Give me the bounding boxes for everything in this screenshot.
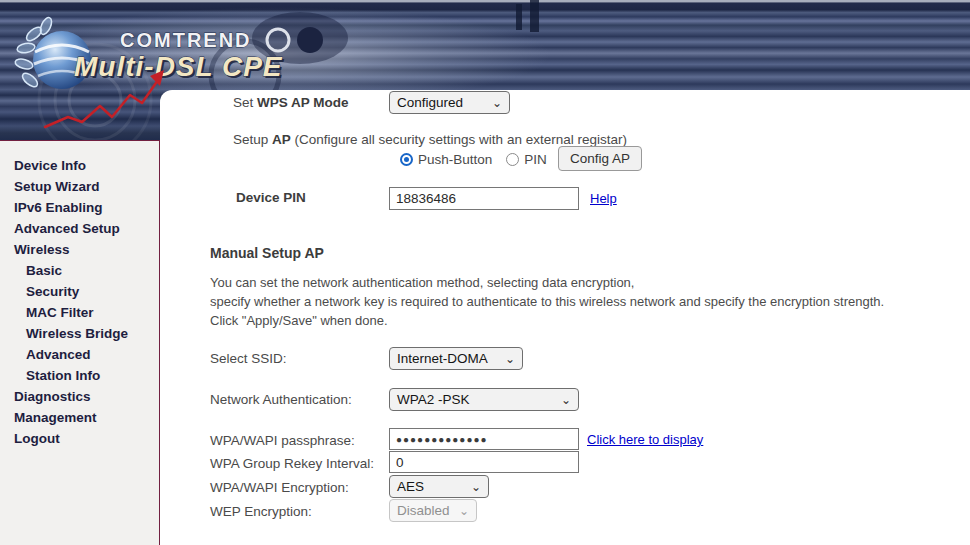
pin-radio-label: PIN bbox=[524, 152, 547, 167]
product-name-text: Multi-DSL CPE bbox=[74, 51, 283, 82]
chevron-down-icon: ⌄ bbox=[505, 352, 515, 366]
sidebar-item-station-info[interactable]: Station Info bbox=[0, 365, 159, 386]
wpa-encryption-label: WPA/WAPI Encryption: bbox=[210, 480, 349, 495]
help-link[interactable]: Help bbox=[590, 191, 617, 206]
sidebar-item-management[interactable]: Management bbox=[0, 407, 159, 428]
sidebar-item-basic[interactable]: Basic bbox=[0, 260, 159, 281]
wps-ap-mode-select[interactable]: Configured ⌄ bbox=[389, 91, 510, 114]
brand-name-text: COMTREND bbox=[120, 29, 252, 51]
wps-ap-mode-value: Configured bbox=[397, 95, 463, 110]
set-wps-ap-mode-label: Set WPS AP Mode bbox=[233, 95, 349, 110]
sidebar-item-advanced[interactable]: Advanced bbox=[0, 344, 159, 365]
description-line-2: specify whether a network key is require… bbox=[210, 292, 884, 311]
sidebar-item-setup-wizard[interactable]: Setup Wizard bbox=[0, 176, 159, 197]
sidebar-item-wireless-bridge[interactable]: Wireless Bridge bbox=[0, 323, 159, 344]
wpa-passphrase-label: WPA/WAPI passphrase: bbox=[210, 433, 355, 448]
set-wps-bold: WPS AP Mode bbox=[257, 95, 349, 110]
sidebar-item-device-info[interactable]: Device Info bbox=[0, 155, 159, 176]
chevron-down-icon: ⌄ bbox=[459, 504, 469, 518]
wep-encryption-select: Disabled ⌄ bbox=[389, 499, 477, 522]
sidebar-item-ipv6-enabling[interactable]: IPv6 Enabling bbox=[0, 197, 159, 218]
setup-ap-bold: AP bbox=[272, 132, 291, 147]
chevron-down-icon: ⌄ bbox=[561, 393, 571, 407]
description-line-1: You can set the network authentication m… bbox=[210, 273, 884, 292]
wpa-rekey-interval-label: WPA Group Rekey Interval: bbox=[210, 456, 374, 471]
wps-method-radio-group: Push-Button PIN bbox=[400, 152, 561, 167]
network-authentication-label: Network Authentication: bbox=[210, 392, 352, 407]
wpa-passphrase-input[interactable] bbox=[389, 428, 579, 450]
setup-ap-suffix: (Configure all security settings with an… bbox=[291, 132, 627, 147]
config-ap-button[interactable]: Config AP bbox=[558, 146, 642, 171]
push-button-radio[interactable] bbox=[400, 153, 413, 166]
wep-encryption-value: Disabled bbox=[397, 503, 450, 518]
ssid-value: Internet-DOMA bbox=[397, 351, 488, 366]
pin-radio[interactable] bbox=[506, 153, 519, 166]
setup-ap-label: Setup AP (Configure all security setting… bbox=[233, 132, 627, 147]
main-content-panel: Set WPS AP Mode Configured ⌄ Setup AP (C… bbox=[160, 90, 970, 545]
description-line-3: Click "Apply/Save" when done. bbox=[210, 311, 884, 330]
chevron-down-icon: ⌄ bbox=[471, 480, 481, 494]
set-wps-prefix: Set bbox=[233, 95, 257, 110]
sidebar-item-logout[interactable]: Logout bbox=[0, 428, 159, 449]
wpa-rekey-interval-input[interactable] bbox=[389, 451, 579, 473]
network-authentication-select[interactable]: WPA2 -PSK ⌄ bbox=[389, 388, 579, 411]
chevron-down-icon: ⌄ bbox=[492, 96, 502, 110]
click-here-to-display-link[interactable]: Click here to display bbox=[587, 432, 703, 447]
sidebar-nav: Device Info Setup Wizard IPv6 Enabling A… bbox=[0, 140, 160, 545]
wep-encryption-label: WEP Encryption: bbox=[210, 504, 312, 519]
sidebar-item-mac-filter[interactable]: MAC Filter bbox=[0, 302, 159, 323]
select-ssid-label: Select SSID: bbox=[210, 351, 287, 366]
manual-setup-ap-heading: Manual Setup AP bbox=[210, 245, 324, 261]
wpa-encryption-select[interactable]: AES ⌄ bbox=[389, 475, 489, 498]
sidebar-item-security[interactable]: Security bbox=[0, 281, 159, 302]
device-pin-label: Device PIN bbox=[236, 190, 306, 205]
ssid-select[interactable]: Internet-DOMA ⌄ bbox=[389, 347, 523, 370]
network-authentication-value: WPA2 -PSK bbox=[397, 392, 470, 407]
brand-dot-icon bbox=[297, 27, 323, 53]
wpa-encryption-value: AES bbox=[397, 479, 424, 494]
setup-ap-prefix: Setup bbox=[233, 132, 272, 147]
sidebar-item-wireless[interactable]: Wireless bbox=[0, 239, 159, 260]
sidebar-item-diagnostics[interactable]: Diagnostics bbox=[0, 386, 159, 407]
push-button-radio-label: Push-Button bbox=[418, 152, 492, 167]
sidebar-item-advanced-setup[interactable]: Advanced Setup bbox=[0, 218, 159, 239]
device-pin-input[interactable] bbox=[389, 187, 579, 210]
manual-setup-description: You can set the network authentication m… bbox=[210, 273, 884, 330]
radio-dot-icon bbox=[404, 157, 409, 162]
